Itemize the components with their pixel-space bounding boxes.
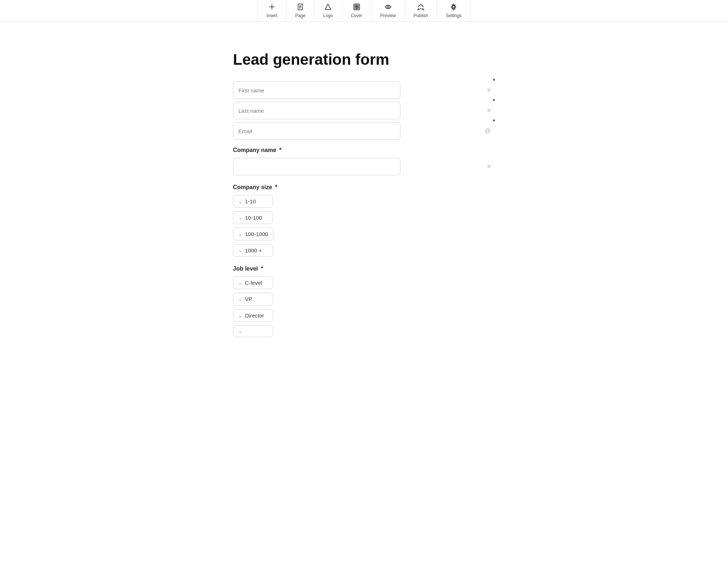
company-size-option-100-1000[interactable]: ⌄ 100-1000 bbox=[233, 228, 273, 240]
svg-rect-11 bbox=[357, 7, 359, 9]
job-level-section: Job level * ⌄ C-level ⌄ VP ⌄ Director ⌄ bbox=[233, 265, 495, 337]
company-size-options: ⌄ 1-10 ⌄ 10-100 ⌄ 100-1000 ⌄ 1000 + bbox=[233, 195, 495, 257]
svg-rect-8 bbox=[355, 5, 356, 7]
nav-item-logo[interactable]: Logo bbox=[314, 0, 342, 21]
logo-icon bbox=[324, 3, 332, 12]
job-level-option-more[interactable]: ⌄ bbox=[233, 326, 273, 337]
svg-point-12 bbox=[387, 6, 389, 8]
email-at-icon: @ bbox=[485, 128, 491, 134]
nav-label-publish: Publish bbox=[414, 13, 428, 18]
job-level-required: * bbox=[261, 265, 263, 272]
top-navigation: Insert Page Logo bbox=[0, 0, 728, 22]
last-name-field-group: * ≡ bbox=[233, 102, 495, 119]
company-name-section: Company name * ≡ bbox=[233, 147, 495, 175]
first-name-field-group: * ≡ bbox=[233, 81, 495, 99]
svg-marker-6 bbox=[325, 4, 331, 9]
chevron-icon: ⌄ bbox=[238, 232, 242, 237]
chevron-icon: ⌄ bbox=[238, 329, 242, 334]
company-size-section: Company size * ⌄ 1-10 ⌄ 10-100 ⌄ 100-100… bbox=[233, 184, 495, 257]
job-level-option-vp[interactable]: ⌄ VP bbox=[233, 293, 273, 306]
page-icon bbox=[297, 3, 304, 12]
company-size-label-1000-plus: 1000 + bbox=[245, 247, 262, 253]
preview-icon bbox=[384, 3, 392, 12]
company-name-field-group: ≡ bbox=[233, 158, 495, 175]
svg-rect-10 bbox=[355, 7, 356, 9]
chevron-icon: ⌄ bbox=[238, 199, 242, 204]
last-name-required-badge: * bbox=[493, 98, 495, 105]
settings-icon bbox=[450, 3, 457, 12]
email-input[interactable] bbox=[233, 122, 400, 140]
company-size-option-1000-plus[interactable]: ⌄ 1000 + bbox=[233, 244, 273, 257]
company-size-label-10-100: 10-100 bbox=[245, 215, 262, 221]
company-name-label: Company name * bbox=[233, 147, 495, 153]
first-name-required-badge: * bbox=[493, 78, 495, 84]
job-level-label-vp: VP bbox=[245, 296, 252, 302]
chevron-icon: ⌄ bbox=[238, 280, 242, 286]
chevron-icon: ⌄ bbox=[238, 215, 242, 220]
last-name-input[interactable] bbox=[233, 102, 400, 119]
publish-icon bbox=[417, 3, 424, 12]
nav-item-page[interactable]: Page bbox=[286, 0, 314, 21]
company-name-drag-icon: ≡ bbox=[487, 163, 491, 170]
nav-label-cover: Cover bbox=[351, 13, 363, 18]
first-name-drag-icon: ≡ bbox=[487, 87, 491, 93]
page-title: Lead generation form bbox=[233, 51, 495, 68]
svg-rect-9 bbox=[357, 5, 359, 7]
nav-label-settings: Settings bbox=[446, 13, 462, 18]
last-name-drag-icon: ≡ bbox=[487, 107, 491, 114]
company-size-required: * bbox=[275, 184, 277, 191]
nav-label-logo: Logo bbox=[323, 13, 333, 18]
job-level-options: ⌄ C-level ⌄ VP ⌄ Director ⌄ bbox=[233, 276, 495, 337]
insert-icon bbox=[268, 3, 276, 12]
chevron-icon: ⌄ bbox=[238, 248, 242, 253]
nav-label-insert: Insert bbox=[266, 13, 277, 18]
nav-item-preview[interactable]: Preview bbox=[372, 0, 405, 21]
company-size-option-1-10[interactable]: ⌄ 1-10 bbox=[233, 195, 273, 208]
job-level-label: Job level * bbox=[233, 265, 495, 272]
nav-item-insert[interactable]: Insert bbox=[257, 0, 286, 21]
company-size-label-1-10: 1-10 bbox=[245, 198, 256, 204]
chevron-icon: ⌄ bbox=[238, 313, 242, 318]
company-name-input[interactable] bbox=[233, 158, 400, 175]
nav-label-preview: Preview bbox=[380, 13, 396, 18]
job-level-label-director: Director bbox=[245, 312, 264, 319]
nav-item-settings[interactable]: Settings bbox=[437, 0, 471, 21]
chevron-icon: ⌄ bbox=[238, 297, 242, 302]
job-level-label-c-level: C-level bbox=[245, 280, 262, 286]
first-name-input[interactable] bbox=[233, 81, 400, 99]
company-size-option-10-100[interactable]: ⌄ 10-100 bbox=[233, 211, 273, 224]
company-size-label: Company size * bbox=[233, 184, 495, 191]
company-size-label-100-1000: 100-1000 bbox=[245, 231, 268, 237]
main-content: Lead generation form * ≡ * ≡ * @ Company… bbox=[218, 22, 510, 375]
nav-label-page: Page bbox=[295, 13, 305, 18]
job-level-option-director[interactable]: ⌄ Director bbox=[233, 309, 273, 322]
cover-icon bbox=[353, 3, 360, 12]
nav-item-publish[interactable]: Publish bbox=[405, 0, 437, 21]
email-required-badge: * bbox=[493, 119, 495, 125]
nav-item-cover[interactable]: Cover bbox=[342, 0, 372, 21]
email-field-group: * @ bbox=[233, 122, 495, 140]
job-level-option-c-level[interactable]: ⌄ C-level bbox=[233, 276, 273, 289]
company-name-required: * bbox=[279, 147, 281, 153]
